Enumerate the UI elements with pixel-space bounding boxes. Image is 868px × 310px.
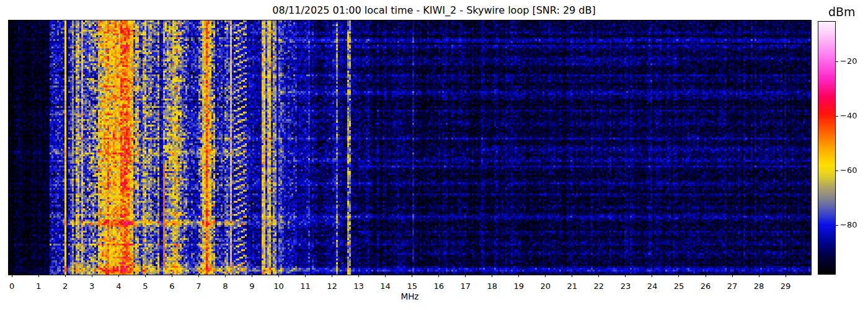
x-tick-mark bbox=[358, 275, 359, 277]
x-tick-mark bbox=[625, 275, 626, 277]
x-tick-mark bbox=[492, 275, 492, 277]
colorbar-tick-label: −20 bbox=[840, 56, 857, 66]
x-tick-mark bbox=[732, 275, 733, 277]
colorbar-label: dBm bbox=[828, 6, 856, 19]
x-tick-mark bbox=[465, 275, 466, 277]
x-tick-label: 7 bbox=[188, 282, 209, 291]
x-tick-mark bbox=[678, 275, 679, 277]
x-tick-label: 24 bbox=[642, 282, 663, 291]
x-tick-label: 4 bbox=[108, 282, 129, 291]
x-tick-mark bbox=[65, 275, 66, 277]
x-tick-mark bbox=[385, 275, 386, 277]
x-tick-label: 26 bbox=[695, 282, 716, 291]
x-tick-label: 21 bbox=[562, 282, 583, 291]
x-tick-label: 23 bbox=[615, 282, 636, 291]
x-tick-label: 13 bbox=[348, 282, 370, 291]
x-tick-label: 1 bbox=[28, 282, 49, 291]
x-tick-label: 12 bbox=[322, 282, 343, 291]
x-tick-label: 9 bbox=[241, 282, 262, 291]
x-tick-mark bbox=[225, 275, 226, 277]
x-tick-mark bbox=[786, 275, 786, 277]
x-tick-mark bbox=[92, 275, 92, 277]
x-tick-mark bbox=[759, 275, 760, 277]
waterfall-canvas bbox=[9, 20, 811, 275]
x-tick-mark bbox=[332, 275, 332, 277]
waterfall-plot bbox=[8, 20, 812, 275]
x-tick-mark bbox=[38, 275, 39, 277]
x-tick-label: 18 bbox=[482, 282, 503, 291]
x-tick-label: 27 bbox=[722, 282, 743, 291]
x-tick-mark bbox=[252, 275, 252, 277]
x-tick-mark bbox=[198, 275, 199, 277]
x-tick-mark bbox=[545, 275, 546, 277]
x-tick-label: 28 bbox=[748, 282, 769, 291]
colorbar-tick-mark bbox=[836, 225, 838, 226]
x-tick-mark bbox=[598, 275, 599, 277]
x-tick-mark bbox=[278, 275, 279, 277]
colorbar-tick-mark bbox=[836, 170, 838, 171]
x-tick-label: 6 bbox=[161, 282, 182, 291]
x-tick-label: 3 bbox=[81, 282, 102, 291]
x-tick-mark bbox=[12, 275, 12, 277]
x-axis-label: MHz bbox=[9, 291, 811, 301]
colorbar-tick-label: −60 bbox=[840, 166, 857, 175]
x-tick-label: 15 bbox=[402, 282, 423, 291]
x-tick-label: 17 bbox=[455, 282, 476, 291]
x-tick-label: 19 bbox=[508, 282, 529, 291]
x-tick-label: 16 bbox=[428, 282, 450, 291]
x-tick-label: 22 bbox=[588, 282, 609, 291]
x-tick-label: 11 bbox=[295, 282, 316, 291]
x-tick-mark bbox=[572, 275, 572, 277]
colorbar-tick-label: −80 bbox=[840, 220, 857, 229]
x-tick-mark bbox=[652, 275, 652, 277]
x-tick-mark bbox=[706, 275, 706, 277]
x-tick-mark bbox=[438, 275, 439, 277]
x-tick-mark bbox=[305, 275, 306, 277]
x-tick-label: 8 bbox=[215, 282, 236, 291]
x-tick-label: 10 bbox=[268, 282, 289, 291]
x-tick-mark bbox=[118, 275, 119, 277]
colorbar-tick-mark bbox=[836, 116, 838, 117]
x-tick-mark bbox=[172, 275, 172, 277]
x-tick-label: 14 bbox=[375, 282, 396, 291]
x-tick-mark bbox=[145, 275, 146, 277]
x-tick-label: 25 bbox=[668, 282, 689, 291]
x-tick-label: 2 bbox=[55, 282, 76, 291]
x-tick-label: 5 bbox=[135, 282, 156, 291]
x-tick-label: 0 bbox=[1, 282, 22, 291]
colorbar bbox=[818, 21, 836, 275]
colorbar-tick-label: −40 bbox=[840, 111, 857, 120]
colorbar-tick-mark bbox=[836, 61, 838, 62]
x-tick-label: 20 bbox=[535, 282, 556, 291]
x-tick-label: 29 bbox=[775, 282, 796, 291]
x-tick-mark bbox=[518, 275, 519, 277]
colorbar-canvas bbox=[818, 22, 835, 274]
chart-title: 08/11/2025 01:00 local time - KIWI_2 - S… bbox=[0, 5, 868, 16]
x-tick-mark bbox=[412, 275, 412, 277]
